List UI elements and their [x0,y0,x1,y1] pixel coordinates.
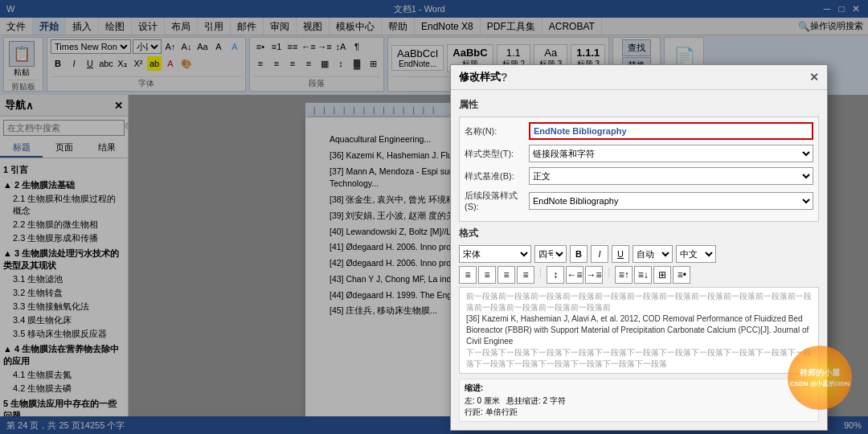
format-color-select[interactable]: 自动 [633,245,673,263]
line-spacing-btn[interactable]: ↕ [547,266,564,284]
indent-section: 缩进: 左: 0 厘米 悬挂缩进: 2 字符 行距: 单倍行距 [459,379,819,422]
format-italic-button[interactable]: I [591,245,608,263]
next-label: 后续段落样式(S): [465,190,529,211]
style-preview-area: 前一段落前一段落前一段落前一段落前一段落前一段落前一段落前一段落前一段落前一段落… [459,287,819,374]
align-divider: | [539,266,542,284]
format-size-select[interactable]: 四号 [534,245,567,263]
format-bold-button[interactable]: B [570,245,588,263]
type-select[interactable]: 链接段落和字符 [529,145,813,162]
line-spacing-info: 行距: 单倍行距 [465,407,813,418]
modal-property-title: 属性 [459,98,819,112]
modal-close-button[interactable]: ✕ [809,71,819,84]
indent-title: 缩进: [465,383,813,394]
format-lang-select[interactable]: 中文 [676,245,716,263]
align-justify-btn[interactable]: ≡ [517,266,534,284]
name-row: 名称(N): [465,122,813,140]
modal-format-title: 格式 [459,227,819,240]
watermark-text: 祥师的小屋CSDN @小孟的ODN [790,367,850,388]
align-left-btn[interactable]: ≡ [459,266,477,284]
modify-style-modal: 修改样式 ? ✕ 属性 名称(N): 样式类型(T): 链接段落和字符 样式 [450,64,828,431]
next-row: 后续段落样式(S): EndNote Bibliography [465,190,813,211]
name-label: 名称(N): [465,125,529,137]
preview-text-main: [36] Kazemi K, Hashemian J, Alavi A, et … [466,313,812,347]
indent-decrease-btn[interactable]: ←≡ [566,266,583,284]
align-row: ≡ ≡ ≡ ≡ | ↕ ←≡ →≡ | ≡↑ ≡↓ ⊞ ≡• [459,266,819,284]
format-extra-btn1[interactable]: ≡↑ [615,266,633,284]
align-center-btn[interactable]: ≡ [478,266,496,284]
type-row: 样式类型(T): 链接段落和字符 [465,145,813,162]
modal-title: 修改样式 [459,70,501,84]
format-extra-btn4[interactable]: ≡• [673,266,690,284]
base-select[interactable]: 正文 [529,167,813,185]
indent-increase-btn[interactable]: →≡ [585,266,603,284]
modal-help-button[interactable]: ? [501,71,508,84]
format-font-select[interactable]: 宋体 [459,245,531,263]
preview-text-before: 前一段落前一段落前一段落前一段落前一段落前一段落前一段落前一段落前一段落前一段落… [466,291,812,313]
modal-title-bar: 修改样式 ? ✕ [451,65,827,90]
type-label: 样式类型(T): [465,148,529,160]
indent-left: 左: 0 厘米 [465,395,500,407]
align-right-btn[interactable]: ≡ [497,266,515,284]
modal-body: 属性 名称(N): 样式类型(T): 链接段落和字符 样式基准(B): 正文 [451,90,827,430]
base-row: 样式基准(B): 正文 [465,167,813,185]
indent-details: 左: 0 厘米 悬挂缩进: 2 字符 [465,395,813,407]
format-extra-btn2[interactable]: ≡↓ [634,266,652,284]
format-underline-button[interactable]: U [612,245,629,263]
base-label: 样式基准(B): [465,170,529,182]
name-input[interactable] [529,122,813,140]
align-divider2: | [608,266,610,284]
format-extra-btn3[interactable]: ⊞ [653,266,671,284]
modal-overlay: 修改样式 ? ✕ 属性 名称(N): 样式类型(T): 链接段落和字符 样式 [0,0,868,434]
indent-hanging: 悬挂缩进: 2 字符 [506,395,566,407]
preview-text-after: 下一段落下一段落下一段落下一段落下一段落下一段落下一段落下一段落下一段落下一段落… [466,347,812,370]
format-font-row: 宋体 四号 B I U 自动 中文 [459,245,819,263]
watermark: 祥师的小屋CSDN @小孟的ODN [788,346,852,410]
watermark-image: 祥师的小屋CSDN @小孟的ODN [788,346,852,410]
next-select[interactable]: EndNote Bibliography [529,192,813,210]
